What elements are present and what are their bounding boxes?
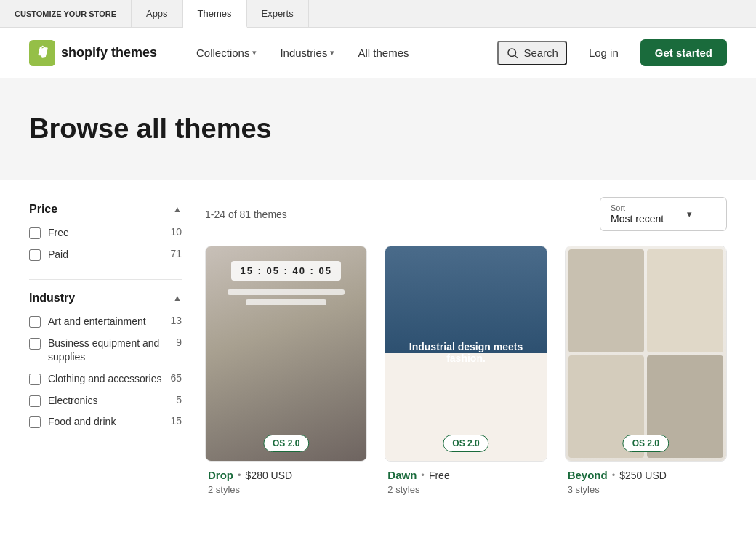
sort-value: Most recent xyxy=(611,213,664,225)
svg-line-2 xyxy=(515,55,518,57)
theme-image-dawn: Industrial design meets fashion. xyxy=(385,246,546,461)
theme-card-beyond[interactable]: OS 2.0 Beyond • $250 USD 3 styles xyxy=(565,246,727,498)
os-badge-dawn: OS 2.0 xyxy=(443,435,488,452)
text-decoration-1 xyxy=(228,289,345,295)
header-actions: Search Log in Get started xyxy=(497,39,727,66)
price-dot-dawn: • xyxy=(421,470,425,480)
clothing-count: 65 xyxy=(170,372,182,384)
filter-item-electronics[interactable]: Electronics 5 xyxy=(29,394,182,408)
theme-title-row-dawn: Dawn • Free xyxy=(387,469,544,481)
dawn-tagline: Industrial design meets fashion. xyxy=(397,341,534,364)
art-count: 13 xyxy=(170,315,182,326)
beyond-cell-2 xyxy=(647,249,723,352)
electronics-checkbox[interactable] xyxy=(29,395,41,407)
food-count: 15 xyxy=(170,415,182,427)
paid-count: 71 xyxy=(170,248,182,259)
theme-image-wrap-drop: 15 : 05 : 40 : 05 OS 2.0 xyxy=(205,246,367,462)
topbar-item-customize[interactable]: CUSTOMIZE YOUR STORE xyxy=(0,0,132,27)
themes-area: 1-24 of 81 themes Sort Most recent ▾ 15 … xyxy=(205,197,727,498)
theme-title-row-beyond: Beyond • $250 USD xyxy=(568,469,724,481)
theme-styles-dawn: 2 styles xyxy=(387,484,544,495)
theme-card-drop[interactable]: 15 : 05 : 40 : 05 OS 2.0 Drop • $280 USD… xyxy=(205,246,367,498)
filter-item-art[interactable]: Art and entertainment 13 xyxy=(29,315,182,329)
theme-styles-beyond: 3 styles xyxy=(568,484,724,495)
free-count: 10 xyxy=(170,226,182,238)
sidebar-divider xyxy=(29,279,182,280)
sort-dropdown[interactable]: Sort Most recent ▾ xyxy=(600,197,727,231)
theme-image-wrap-dawn: Industrial design meets fashion. OS 2.0 xyxy=(385,246,547,462)
text-decoration-2 xyxy=(246,299,326,305)
electronics-count: 5 xyxy=(176,394,182,406)
os-badge-beyond: OS 2.0 xyxy=(623,435,669,452)
nav-collections[interactable]: Collections ▾ xyxy=(186,41,267,65)
filter-item-business[interactable]: Business equipment and supplies 9 xyxy=(29,337,182,365)
theme-image-wrap-beyond: OS 2.0 xyxy=(565,246,727,462)
theme-price-beyond: $250 USD xyxy=(619,470,667,481)
topbar-item-experts[interactable]: Experts xyxy=(247,0,309,27)
theme-name-beyond[interactable]: Beyond xyxy=(568,469,608,481)
clothing-checkbox[interactable] xyxy=(29,374,41,385)
paid-label: Paid xyxy=(48,248,163,262)
clothing-label: Clothing and accessories xyxy=(48,372,163,387)
logo-link[interactable]: shopify themes xyxy=(29,40,157,66)
theme-title-row-drop: Drop • $280 USD xyxy=(208,469,364,481)
theme-styles-drop: 2 styles xyxy=(208,484,364,495)
theme-card-dawn[interactable]: Industrial design meets fashion. OS 2.0 … xyxy=(385,246,547,498)
price-dot-beyond: • xyxy=(612,470,616,480)
free-label: Free xyxy=(48,226,163,241)
price-chevron-icon: ▲ xyxy=(173,204,182,214)
sort-label: Sort xyxy=(611,204,664,213)
page-title: Browse all themes xyxy=(29,113,727,145)
filter-item-paid[interactable]: Paid 71 xyxy=(29,248,182,262)
beyond-cell-1 xyxy=(568,249,645,352)
theme-image-beyond xyxy=(566,246,726,461)
theme-info-dawn: Dawn • Free 2 styles xyxy=(385,462,547,498)
filter-item-free[interactable]: Free 10 xyxy=(29,226,182,241)
theme-price-drop: $280 USD xyxy=(246,470,293,481)
main-nav: Collections ▾ Industries ▾ All themes xyxy=(186,41,497,65)
filter-item-food[interactable]: Food and drink 15 xyxy=(29,415,182,430)
topbar-item-apps[interactable]: Apps xyxy=(132,0,183,27)
art-label: Art and entertainment xyxy=(48,315,163,329)
top-bar: CUSTOMIZE YOUR STORE Apps Themes Experts xyxy=(0,0,756,28)
sort-inner: Sort Most recent xyxy=(611,204,664,225)
industry-filter-header[interactable]: Industry ▲ xyxy=(29,291,182,305)
theme-image-drop: 15 : 05 : 40 : 05 xyxy=(206,246,366,461)
svg-point-1 xyxy=(508,49,516,57)
business-checkbox[interactable] xyxy=(29,338,41,350)
nav-industries[interactable]: Industries ▾ xyxy=(270,41,345,65)
nav-all-themes[interactable]: All themes xyxy=(347,41,419,65)
price-filter-header[interactable]: Price ▲ xyxy=(29,203,182,216)
os-badge-drop: OS 2.0 xyxy=(263,435,309,452)
themes-grid: 15 : 05 : 40 : 05 OS 2.0 Drop • $280 USD… xyxy=(205,246,727,498)
main-content: Price ▲ Free 10 Paid 71 Industry ▲ xyxy=(0,180,756,515)
sort-chevron-icon: ▾ xyxy=(687,209,692,219)
food-label: Food and drink xyxy=(48,415,163,430)
shopify-logo-icon xyxy=(29,40,55,66)
filter-item-clothing[interactable]: Clothing and accessories 65 xyxy=(29,372,182,387)
timer-display: 15 : 05 : 40 : 05 xyxy=(231,261,341,281)
food-checkbox[interactable] xyxy=(29,416,41,428)
paid-checkbox[interactable] xyxy=(29,249,41,261)
business-label: Business equipment and supplies xyxy=(48,337,169,365)
logo-text: shopify themes xyxy=(61,45,157,60)
electronics-label: Electronics xyxy=(48,394,169,408)
dawn-content: Industrial design meets fashion. xyxy=(385,329,546,379)
theme-name-drop[interactable]: Drop xyxy=(208,469,233,481)
industry-chevron-icon: ▲ xyxy=(173,293,182,303)
theme-price-dawn: Free xyxy=(429,470,450,481)
topbar-item-themes[interactable]: Themes xyxy=(183,0,247,28)
collections-chevron-icon: ▾ xyxy=(252,48,257,57)
free-checkbox[interactable] xyxy=(29,227,41,239)
price-dot-drop: • xyxy=(238,470,241,480)
get-started-button[interactable]: Get started xyxy=(640,39,727,66)
theme-info-beyond: Beyond • $250 USD 3 styles xyxy=(565,462,727,498)
site-header: shopify themes Collections ▾ Industries … xyxy=(0,28,756,78)
login-button[interactable]: Log in xyxy=(579,41,629,65)
themes-toolbar: 1-24 of 81 themes Sort Most recent ▾ xyxy=(205,197,727,231)
theme-name-dawn[interactable]: Dawn xyxy=(387,469,417,481)
themes-count: 1-24 of 81 themes xyxy=(205,209,287,220)
art-checkbox[interactable] xyxy=(29,316,41,328)
search-button[interactable]: Search xyxy=(497,41,567,65)
business-count: 9 xyxy=(176,337,182,348)
